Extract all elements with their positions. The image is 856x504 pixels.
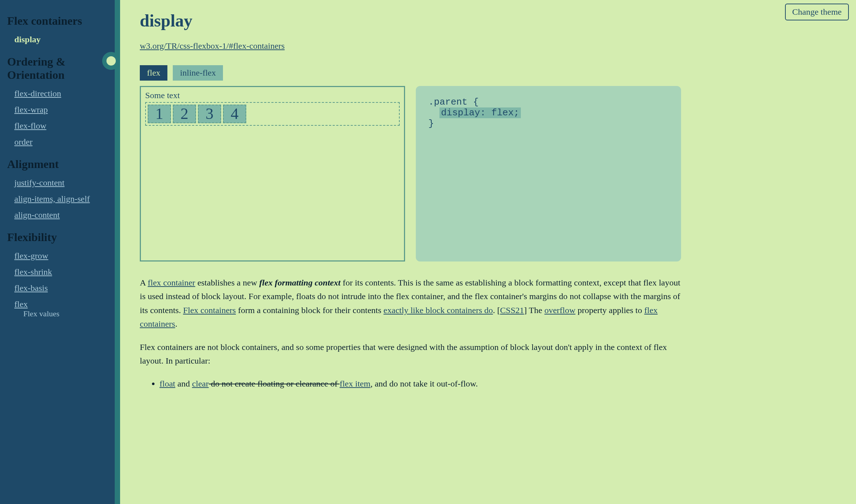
sidebar-item-flex-flow[interactable]: flex-flow — [14, 121, 46, 130]
sidebar-item-align-content[interactable]: align-content — [14, 210, 60, 220]
tab-inline-flex[interactable]: inline-flex — [173, 65, 223, 81]
main-content: Change theme display w3.org/TR/css-flexb… — [120, 0, 856, 504]
link-flex-item[interactable]: flex item — [339, 379, 370, 388]
section-heading-flex-containers: Flex containers — [7, 14, 108, 28]
flex-item: 2 — [173, 105, 196, 123]
sidebar-item-display[interactable]: display — [14, 35, 41, 44]
link-block-containers[interactable]: exactly like block containers do — [384, 306, 493, 315]
link-float[interactable]: float — [160, 379, 175, 388]
link-clear[interactable]: clear — [192, 379, 209, 388]
flex-item: 1 — [148, 105, 171, 123]
tabs: flex inline-flex — [140, 65, 836, 81]
code-line: .parent { — [428, 97, 669, 107]
sidebar-subitem-flex-values[interactable]: Flex values — [23, 309, 60, 318]
strike-text: do not create floating or clearance of — [209, 379, 339, 388]
flex-container-demo: 1 2 3 4 — [145, 102, 400, 126]
flex-item: 3 — [198, 105, 221, 123]
description: A flex container establishes a new flex … — [140, 276, 685, 391]
spec-link[interactable]: w3.org/TR/css-flexbox-1/#flex-containers — [140, 41, 285, 51]
page-title: display — [140, 11, 836, 30]
sidebar-item-flex-grow[interactable]: flex-grow — [14, 251, 48, 260]
code-preview: .parent { display: flex; } — [416, 86, 681, 261]
active-notch-icon — [102, 52, 120, 70]
demo-label: Some text — [145, 91, 400, 100]
link-flex-container[interactable]: flex container — [148, 278, 195, 287]
description-paragraph: A flex container establishes a new flex … — [140, 276, 685, 331]
vertical-divider — [115, 0, 120, 504]
link-flex-containers[interactable]: Flex containers — [183, 306, 236, 315]
section-heading-alignment: Alignment — [7, 158, 108, 171]
sidebar-item-order[interactable]: order — [14, 137, 33, 147]
link-css21[interactable]: CSS21 — [500, 306, 524, 315]
sidebar-item-flex-wrap[interactable]: flex-wrap — [14, 105, 48, 114]
code-line: } — [428, 118, 669, 129]
em-flex-formatting: flex formatting context — [259, 278, 341, 287]
section-heading-flexibility: Flexibility — [7, 231, 108, 244]
list-item: float and clear do not create floating o… — [160, 377, 685, 390]
sidebar-item-flex-basis[interactable]: flex-basis — [14, 283, 48, 293]
tab-flex[interactable]: flex — [140, 65, 167, 81]
change-theme-button[interactable]: Change theme — [785, 4, 849, 20]
sidebar-item-justify-content[interactable]: justify-content — [14, 178, 65, 187]
flex-item: 4 — [223, 105, 246, 123]
sidebar-item-flex[interactable]: flex — [14, 299, 28, 309]
description-paragraph: Flex containers are not block containers… — [140, 340, 685, 368]
sidebar: Flex containers display Ordering & Orien… — [0, 0, 115, 504]
demo-preview: Some text 1 2 3 4 — [140, 86, 405, 261]
section-heading-ordering: Ordering & Orientation — [7, 55, 108, 82]
link-overflow[interactable]: overflow — [544, 306, 576, 315]
sidebar-item-flex-direction[interactable]: flex-direction — [14, 89, 61, 98]
sidebar-item-flex-shrink[interactable]: flex-shrink — [14, 267, 52, 277]
code-line: display: flex; — [428, 107, 669, 118]
sidebar-item-align-items[interactable]: align-items, align-self — [14, 194, 90, 203]
